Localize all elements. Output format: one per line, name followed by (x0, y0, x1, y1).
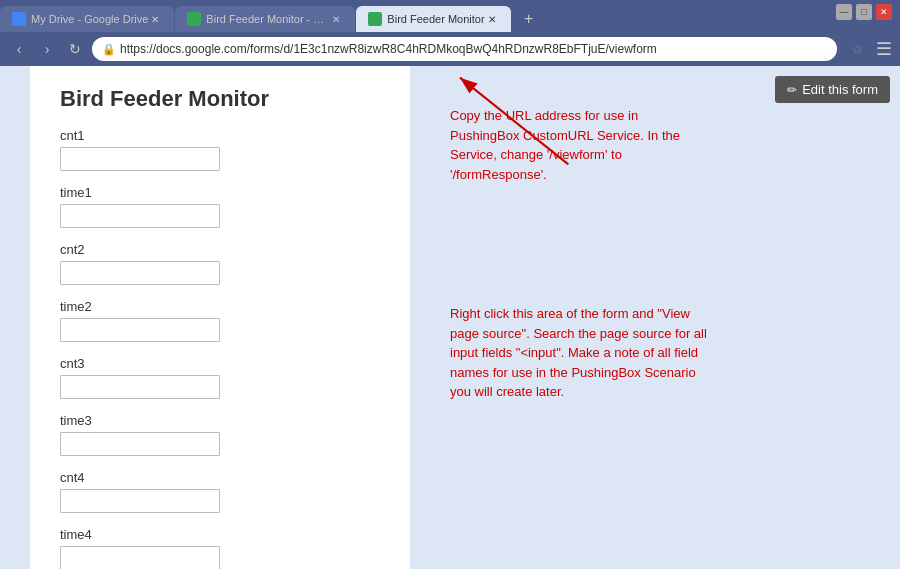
tab-bar: My Drive - Google Drive ✕ Bird Feeder Mo… (0, 0, 900, 32)
input-time3[interactable] (60, 432, 220, 456)
monitor-favicon (368, 12, 382, 26)
maximize-button[interactable]: □ (856, 4, 872, 20)
input-cnt4[interactable] (60, 489, 220, 513)
refresh-button[interactable]: ↻ (64, 38, 86, 60)
tab-drive-close[interactable]: ✕ (148, 12, 162, 26)
label-cnt4: cnt4 (60, 470, 380, 485)
tab-drive[interactable]: My Drive - Google Drive ✕ (0, 6, 174, 32)
label-time2: time2 (60, 299, 380, 314)
address-box[interactable]: 🔒 https://docs.google.com/forms/d/1E3c1n… (92, 37, 837, 61)
input-cnt1[interactable] (60, 147, 220, 171)
input-time4[interactable] (60, 546, 220, 569)
field-cnt4: cnt4 (60, 470, 380, 513)
label-cnt2: cnt2 (60, 242, 380, 257)
page-content: ✏ Edit this form Bird Feeder Monitor cnt… (0, 66, 900, 569)
bookmark-icon[interactable]: ☆ (851, 41, 864, 57)
minimize-button[interactable]: — (836, 4, 852, 20)
label-time4: time4 (60, 527, 380, 542)
label-time1: time1 (60, 185, 380, 200)
tab-monitor-go-close[interactable]: ✕ (329, 12, 343, 26)
edit-form-label: Edit this form (802, 82, 878, 97)
menu-icon[interactable]: ☰ (876, 38, 892, 60)
field-cnt1: cnt1 (60, 128, 380, 171)
address-bar-row: ‹ › ↻ 🔒 https://docs.google.com/forms/d/… (0, 32, 900, 66)
url-text: https://docs.google.com/forms/d/1E3c1nzw… (120, 42, 827, 56)
annotation-area: Copy the URL address for use in PushingB… (410, 66, 900, 569)
annotation-top: Copy the URL address for use in PushingB… (450, 106, 690, 184)
tab-monitor-label: Bird Feeder Monitor (387, 13, 484, 25)
tab-monitor-go-label: Bird Feeder Monitor - Goo... (206, 13, 329, 25)
input-cnt2[interactable] (60, 261, 220, 285)
tab-monitor[interactable]: Bird Feeder Monitor ✕ (356, 6, 510, 32)
input-time2[interactable] (60, 318, 220, 342)
back-button[interactable]: ‹ (8, 38, 30, 60)
field-time2: time2 (60, 299, 380, 342)
pencil-icon: ✏ (787, 83, 797, 97)
close-button[interactable]: ✕ (876, 4, 892, 20)
field-cnt2: cnt2 (60, 242, 380, 285)
form-panel: Bird Feeder Monitor cnt1 time1 cnt2 time… (30, 66, 410, 569)
edit-form-button[interactable]: ✏ Edit this form (775, 76, 890, 103)
new-tab-button[interactable]: + (516, 6, 542, 32)
label-cnt3: cnt3 (60, 356, 380, 371)
forward-button[interactable]: › (36, 38, 58, 60)
input-time1[interactable] (60, 204, 220, 228)
tab-drive-label: My Drive - Google Drive (31, 13, 148, 25)
drive-favicon (12, 12, 26, 26)
label-time3: time3 (60, 413, 380, 428)
window-controls: — □ ✕ (836, 4, 892, 20)
field-time4: time4 (60, 527, 380, 569)
input-cnt3[interactable] (60, 375, 220, 399)
monitor-go-favicon (187, 12, 201, 26)
field-time1: time1 (60, 185, 380, 228)
form-title: Bird Feeder Monitor (60, 86, 380, 112)
tab-monitor-close[interactable]: ✕ (485, 12, 499, 26)
annotation-bottom: Right click this area of the form and "V… (450, 304, 710, 402)
label-cnt1: cnt1 (60, 128, 380, 143)
field-time3: time3 (60, 413, 380, 456)
field-cnt3: cnt3 (60, 356, 380, 399)
secure-icon: 🔒 (102, 43, 116, 56)
tab-monitor-go[interactable]: Bird Feeder Monitor - Goo... ✕ (175, 6, 355, 32)
